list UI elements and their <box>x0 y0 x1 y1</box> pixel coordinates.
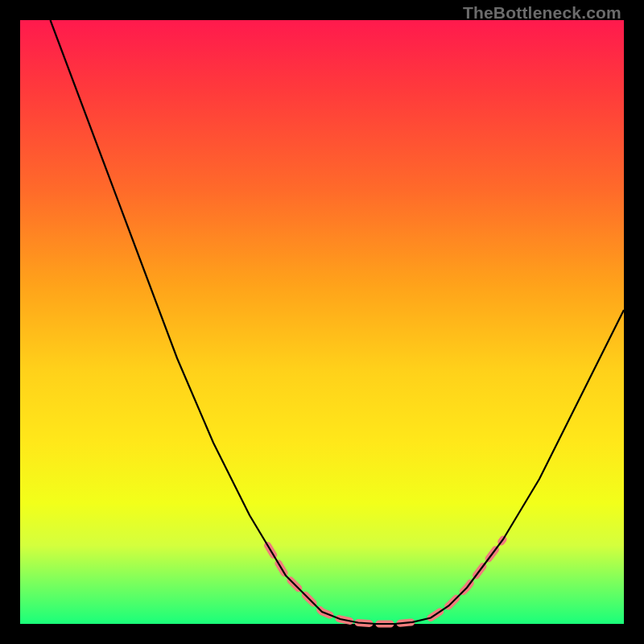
curve-dashed-right <box>431 539 503 618</box>
curve-main <box>51 20 625 624</box>
chart-frame <box>20 20 624 624</box>
bottleneck-chart <box>20 20 624 624</box>
curve-dashed-left <box>268 546 359 623</box>
watermark-text: TheBottleneck.com <box>463 3 621 23</box>
